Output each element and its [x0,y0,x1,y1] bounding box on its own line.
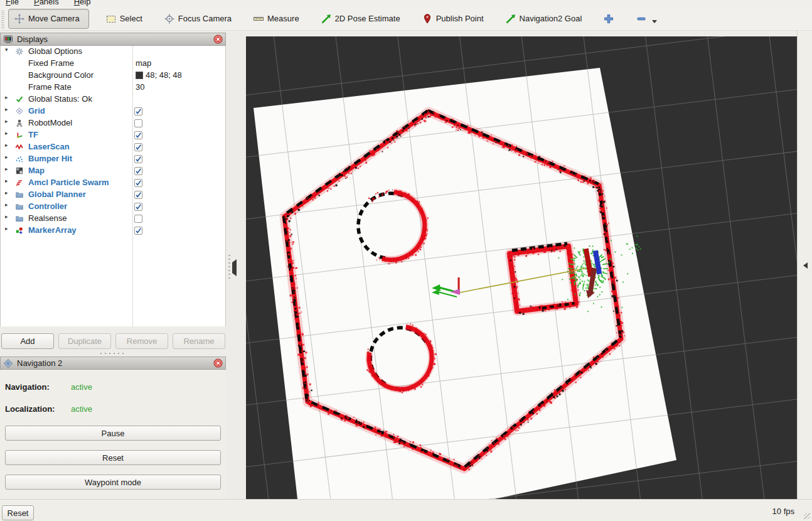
expander-closed-icon[interactable]: ▸ [5,190,8,196]
check-icon [15,95,24,104]
3d-viewport[interactable] [246,36,797,499]
tree-value[interactable]: 30 [136,82,144,92]
menu-file[interactable]: File [6,0,19,6]
enabled-checkbox[interactable] [134,227,142,235]
tree-row-grid[interactable]: ▸Grid [1,105,225,117]
tool-label: Select [120,14,142,23]
resize-grip[interactable] [804,513,810,519]
tree-row-tf[interactable]: ▸TF [1,129,225,141]
tool-navigation2-goal[interactable]: Navigation2 Goal [500,10,587,28]
menu-help[interactable]: Help [74,0,91,6]
value-text: 48; 48; 48 [146,70,182,80]
tree-row-markerarray[interactable]: ▸MarkerArray [1,225,225,237]
duplicate-button[interactable]: Duplicate [58,333,111,349]
laser-icon [15,142,24,151]
tree-label: Controller [28,201,67,211]
nav2-close-button[interactable] [213,358,223,368]
expander-closed-icon[interactable]: ▸ [5,130,8,136]
tree-label: RobotModel [28,118,72,127]
tree-label: Fixed Frame [28,58,74,68]
displays-close-button[interactable] [213,35,223,44]
expander-closed-icon[interactable]: ▸ [5,94,8,100]
expander-open-icon[interactable]: ▾ [5,46,8,53]
reset-button[interactable]: Reset [5,450,221,465]
displays-panel-header: Displays [0,33,226,46]
tree-label: Global Planner [28,190,86,199]
value-text: map [136,58,151,68]
select-icon [105,13,117,24]
tree-row-amcl-particle-swarm[interactable]: ▸Amcl Particle Swarm [1,177,225,189]
enabled-checkbox[interactable] [134,215,142,223]
tree-label: TF [28,130,38,139]
expander-closed-icon[interactable]: ▸ [5,142,8,148]
tree-label: Background Color [28,70,93,80]
tool-minus[interactable] [631,10,662,28]
collapse-right-icon[interactable] [803,262,808,269]
tree-row-global-options[interactable]: ▾Global Options [1,46,225,58]
enabled-checkbox[interactable] [134,107,142,115]
enabled-checkbox[interactable] [134,155,142,163]
color-swatch [136,72,143,79]
tree-row-bumper-hit[interactable]: ▸Bumper Hit [1,153,225,165]
enabled-checkbox[interactable] [134,131,142,139]
tree-row-controller[interactable]: ▸Controller [1,201,225,213]
expander-closed-icon[interactable]: ▸ [5,166,8,172]
panel-splitter-handle[interactable] [94,352,132,355]
tool-move-camera[interactable]: Move Camera [8,9,89,29]
expander-closed-icon[interactable]: ▸ [5,154,8,160]
left-splitter-collapse[interactable] [232,262,237,274]
plus-icon [603,13,614,24]
expander-closed-icon[interactable]: ▸ [5,201,8,208]
enabled-checkbox[interactable] [134,143,142,151]
add-button[interactable]: Add [1,333,54,349]
pose-arrow-icon [505,13,516,24]
enabled-checkbox[interactable] [134,119,142,127]
tree-row-frame-rate[interactable]: Frame Rate30 [1,82,225,94]
nav2-panel-title: Navigation 2 [17,358,213,368]
tree-row-realsense[interactable]: ▸Realsense [1,213,225,225]
rviz-window: FilePanelsHelp Move CameraSelectFocus Ca… [0,0,812,521]
tool-2d-pose-estimate[interactable]: 2D Pose Estimate [316,10,405,28]
right-splitter[interactable] [797,31,812,499]
waypoint-mode-button[interactable]: Waypoint mode [5,475,221,490]
remove-button[interactable]: Remove [115,333,168,349]
left-splitter-handle[interactable] [228,252,230,279]
tree-row-background-color[interactable]: Background Color48; 48; 48 [1,70,225,82]
expander-closed-icon[interactable]: ▸ [5,213,8,220]
expander-closed-icon[interactable]: ▸ [5,178,8,184]
pause-button[interactable]: Pause [5,426,221,441]
enabled-checkbox[interactable] [134,179,142,187]
toolbar-tools: Move CameraSelectFocus CameraMeasure2D P… [4,7,662,30]
tree-row-robotmodel[interactable]: ▸RobotModel [1,117,225,129]
tree-label: Map [28,166,45,175]
tool-label: Measure [267,14,299,23]
tree-label: LaserScan [28,142,70,151]
tree-label: Bumper Hit [28,154,72,163]
pose-arrow-icon [321,13,332,24]
tool-focus-camera[interactable]: Focus Camera [159,10,237,28]
amcl-icon [15,178,24,187]
expander-closed-icon[interactable]: ▸ [5,118,8,124]
tool-measure[interactable]: Measure [248,10,304,28]
enabled-checkbox[interactable] [134,191,142,199]
enabled-checkbox[interactable] [134,203,142,211]
render-scene[interactable] [246,36,797,499]
enabled-checkbox[interactable] [134,167,142,175]
reset-button[interactable]: Reset [2,505,34,520]
expander-closed-icon[interactable]: ▸ [5,225,8,232]
menu-panels[interactable]: Panels [34,0,59,6]
tree-value[interactable]: 48; 48; 48 [136,70,182,80]
tree-row-map[interactable]: ▸Map [1,165,225,177]
tool-plus[interactable] [598,10,619,28]
status-row-navigation: Navigation:active [5,382,50,392]
tool-select[interactable]: Select [100,10,147,28]
tree-row-fixed-frame[interactable]: Fixed Framemap [1,58,225,70]
tree-value[interactable]: map [136,58,151,68]
tree-row-laserscan[interactable]: ▸LaserScan [1,141,225,153]
tool-label: Publish Point [436,14,484,23]
tree-row-global-planner[interactable]: ▸Global Planner [1,189,225,201]
tool-publish-point[interactable]: Publish Point [417,10,489,28]
expander-closed-icon[interactable]: ▸ [5,106,8,112]
rename-button[interactable]: Rename [173,333,225,349]
tree-row-global-status-ok[interactable]: ▸Global Status: Ok [1,94,225,105]
